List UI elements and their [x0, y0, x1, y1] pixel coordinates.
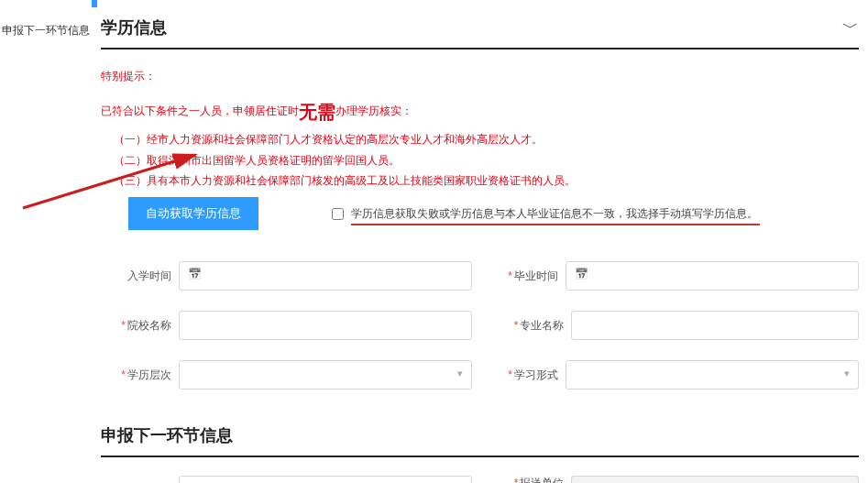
underline-annotation	[351, 224, 760, 225]
level-select[interactable]	[179, 360, 472, 390]
notice-item-3: （三）具有本市人力资源和社会保障部门核发的高级工及以上技能类国家职业资格证书的人…	[101, 170, 859, 192]
grad-date-input[interactable]	[566, 261, 859, 291]
label-major: *专业名称	[495, 318, 571, 334]
label-grad-date: *毕业时间	[495, 269, 566, 284]
manual-entry-checkbox[interactable]	[332, 208, 344, 220]
label-school: *院校名称	[101, 318, 179, 334]
next-step-form: *报送去向 *报送单位（部门）	[101, 476, 859, 483]
form-select[interactable]	[566, 360, 859, 390]
auto-fetch-button[interactable]: 自动获取学历信息	[128, 197, 258, 230]
label-enroll-date: 入学时间	[101, 269, 179, 284]
label-level: *学历层次	[101, 368, 179, 383]
section-title: 申报下一环节信息	[101, 424, 859, 446]
notice-block: 特别提示： 已符合以下条件之一人员，申领居住证时无需办理学历核实： （一）经市人…	[101, 66, 859, 192]
sidebar-item-next-step[interactable]: 申报下一环节信息	[0, 23, 92, 38]
label-form: *学习形式	[495, 368, 566, 383]
label-unit: *报送单位（部门）	[495, 477, 571, 483]
notice-line-1: 特别提示：	[101, 66, 859, 87]
school-input[interactable]	[179, 311, 472, 340]
sidebar-item-label: 申报下一环节信息	[2, 24, 90, 37]
nav-active-indicator	[92, 0, 97, 7]
notice-item-2: （二）取得深圳市出国留学人员资格证明的留学回国人员。	[101, 150, 859, 171]
unit-input	[571, 476, 859, 483]
section-education-header[interactable]: 学历信息 ﹀	[101, 0, 859, 49]
chevron-down-icon: ﹀	[842, 16, 859, 38]
section-title: 学历信息	[101, 16, 167, 38]
education-form: 入学时间 *毕业时间 *院校名称 *专业名称 *学历层次	[101, 261, 859, 390]
dest-select[interactable]	[179, 476, 472, 483]
manual-entry-label[interactable]: 学历信息获取失败或学历信息与本人毕业证信息不一致，我选择手动填写学历信息。	[351, 206, 758, 222]
notice-item-1: （一）经市人力资源和社会保障部门人才资格认定的高层次专业人才和海外高层次人才。	[101, 129, 859, 150]
notice-line-2: 已符合以下条件之一人员，申领居住证时无需办理学历核实：	[101, 94, 859, 129]
enroll-date-input[interactable]	[179, 261, 472, 291]
section-next-step-header: 申报下一环节信息	[101, 410, 859, 457]
major-input[interactable]	[571, 311, 859, 340]
